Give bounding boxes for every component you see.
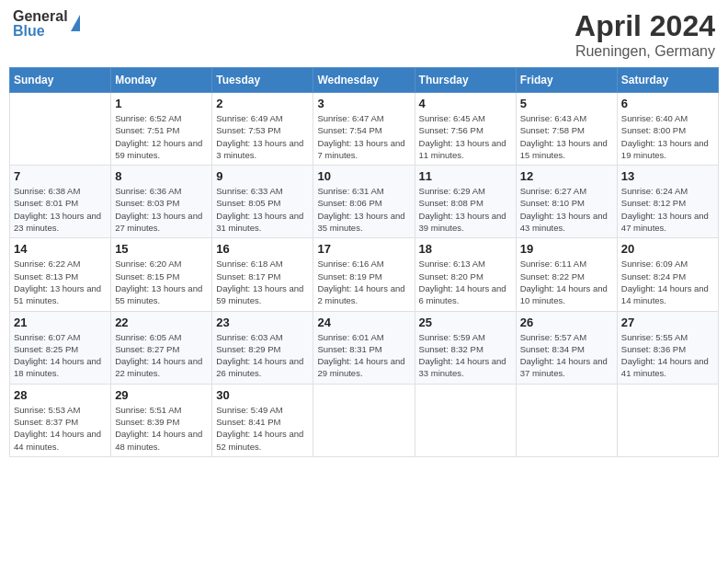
day-info: Sunrise: 6:07 AM Sunset: 8:25 PM Dayligh…	[14, 331, 107, 380]
day-number: 14	[14, 242, 107, 256]
calendar-cell: 17Sunrise: 6:16 AM Sunset: 8:19 PM Dayli…	[313, 238, 415, 311]
calendar-cell: 21Sunrise: 6:07 AM Sunset: 8:25 PM Dayli…	[10, 311, 111, 384]
day-number: 25	[419, 316, 512, 329]
day-info: Sunrise: 5:51 AM Sunset: 8:39 PM Dayligh…	[115, 404, 208, 453]
day-number: 10	[317, 169, 410, 183]
calendar-cell: 6Sunrise: 6:40 AM Sunset: 8:00 PM Daylig…	[617, 93, 718, 166]
day-info: Sunrise: 6:49 AM Sunset: 7:53 PM Dayligh…	[216, 112, 309, 161]
calendar-cell: 11Sunrise: 6:29 AM Sunset: 8:08 PM Dayli…	[415, 166, 516, 238]
day-info: Sunrise: 6:29 AM Sunset: 8:08 PM Dayligh…	[419, 185, 512, 234]
calendar-week-4: 28Sunrise: 5:53 AM Sunset: 8:37 PM Dayli…	[10, 384, 719, 456]
day-number: 23	[216, 316, 309, 329]
day-number: 18	[419, 242, 512, 256]
calendar-cell: 12Sunrise: 6:27 AM Sunset: 8:10 PM Dayli…	[516, 166, 617, 238]
day-info: Sunrise: 6:40 AM Sunset: 8:00 PM Dayligh…	[621, 112, 714, 161]
day-number: 7	[14, 169, 107, 183]
calendar-body: 1Sunrise: 6:52 AM Sunset: 7:51 PM Daylig…	[10, 93, 719, 457]
header-day-saturday: Saturday	[617, 68, 718, 93]
header-day-wednesday: Wednesday	[313, 68, 415, 93]
logo-blue: Blue	[13, 24, 68, 39]
day-number: 3	[317, 97, 410, 110]
day-number: 4	[419, 97, 512, 110]
month-title: April 2024	[574, 9, 715, 43]
day-number: 17	[317, 242, 410, 256]
calendar-cell: 4Sunrise: 6:45 AM Sunset: 7:56 PM Daylig…	[415, 93, 516, 166]
logo-triangle-icon	[71, 15, 80, 31]
calendar-cell: 18Sunrise: 6:13 AM Sunset: 8:20 PM Dayli…	[415, 238, 516, 311]
day-number: 30	[216, 388, 309, 402]
calendar-cell: 29Sunrise: 5:51 AM Sunset: 8:39 PM Dayli…	[111, 384, 212, 456]
day-number: 9	[216, 169, 309, 183]
day-number: 12	[520, 169, 613, 183]
calendar-cell: 27Sunrise: 5:55 AM Sunset: 8:36 PM Dayli…	[617, 311, 718, 384]
day-info: Sunrise: 6:36 AM Sunset: 8:03 PM Dayligh…	[115, 185, 208, 234]
calendar-week-2: 14Sunrise: 6:22 AM Sunset: 8:13 PM Dayli…	[10, 238, 719, 311]
calendar-cell: 20Sunrise: 6:09 AM Sunset: 8:24 PM Dayli…	[617, 238, 718, 311]
day-number: 29	[115, 388, 208, 402]
day-info: Sunrise: 6:16 AM Sunset: 8:19 PM Dayligh…	[317, 258, 410, 306]
calendar-cell: 10Sunrise: 6:31 AM Sunset: 8:06 PM Dayli…	[313, 166, 415, 238]
logo-text: General Blue	[13, 9, 68, 39]
calendar-cell: 28Sunrise: 5:53 AM Sunset: 8:37 PM Dayli…	[10, 384, 111, 456]
day-info: Sunrise: 6:05 AM Sunset: 8:27 PM Dayligh…	[115, 331, 208, 380]
calendar-cell: 16Sunrise: 6:18 AM Sunset: 8:17 PM Dayli…	[212, 238, 313, 311]
day-info: Sunrise: 6:45 AM Sunset: 7:56 PM Dayligh…	[419, 112, 512, 161]
logo-general: General	[13, 9, 68, 24]
day-info: Sunrise: 6:24 AM Sunset: 8:12 PM Dayligh…	[621, 185, 714, 234]
calendar-cell: 19Sunrise: 6:11 AM Sunset: 8:22 PM Dayli…	[516, 238, 617, 311]
day-info: Sunrise: 6:20 AM Sunset: 8:15 PM Dayligh…	[115, 258, 208, 306]
day-number: 5	[520, 97, 613, 110]
calendar-cell: 9Sunrise: 6:33 AM Sunset: 8:05 PM Daylig…	[212, 166, 313, 238]
calendar-cell	[415, 384, 516, 456]
day-number: 21	[14, 316, 107, 329]
calendar-cell: 14Sunrise: 6:22 AM Sunset: 8:13 PM Dayli…	[10, 238, 111, 311]
calendar-cell: 23Sunrise: 6:03 AM Sunset: 8:29 PM Dayli…	[212, 311, 313, 384]
title-area: April 2024 Rueningen, Germany	[574, 9, 715, 60]
logo: General Blue	[13, 9, 80, 39]
day-number: 8	[115, 169, 208, 183]
calendar-cell: 7Sunrise: 6:38 AM Sunset: 8:01 PM Daylig…	[10, 166, 111, 238]
day-number: 28	[14, 388, 107, 402]
day-info: Sunrise: 5:59 AM Sunset: 8:32 PM Dayligh…	[419, 331, 512, 380]
calendar-table: SundayMondayTuesdayWednesdayThursdayFrid…	[9, 67, 719, 457]
calendar-cell: 1Sunrise: 6:52 AM Sunset: 7:51 PM Daylig…	[111, 93, 212, 166]
calendar-cell	[516, 384, 617, 456]
calendar-cell: 8Sunrise: 6:36 AM Sunset: 8:03 PM Daylig…	[111, 166, 212, 238]
calendar-cell: 13Sunrise: 6:24 AM Sunset: 8:12 PM Dayli…	[617, 166, 718, 238]
location-subtitle: Rueningen, Germany	[574, 43, 715, 60]
header-day-thursday: Thursday	[415, 68, 516, 93]
day-number: 20	[621, 242, 714, 256]
day-info: Sunrise: 6:27 AM Sunset: 8:10 PM Dayligh…	[520, 185, 613, 234]
day-number: 26	[520, 316, 613, 329]
day-number: 19	[520, 242, 613, 256]
calendar-week-1: 7Sunrise: 6:38 AM Sunset: 8:01 PM Daylig…	[10, 166, 719, 238]
day-info: Sunrise: 5:53 AM Sunset: 8:37 PM Dayligh…	[14, 404, 107, 453]
calendar-cell	[10, 93, 111, 166]
day-info: Sunrise: 6:43 AM Sunset: 7:58 PM Dayligh…	[520, 112, 613, 161]
calendar-week-0: 1Sunrise: 6:52 AM Sunset: 7:51 PM Daylig…	[10, 93, 719, 166]
day-number: 2	[216, 97, 309, 110]
day-info: Sunrise: 5:55 AM Sunset: 8:36 PM Dayligh…	[621, 331, 714, 380]
day-info: Sunrise: 6:03 AM Sunset: 8:29 PM Dayligh…	[216, 331, 309, 380]
day-info: Sunrise: 6:09 AM Sunset: 8:24 PM Dayligh…	[621, 258, 714, 306]
header-row: SundayMondayTuesdayWednesdayThursdayFrid…	[10, 68, 719, 93]
calendar-cell: 25Sunrise: 5:59 AM Sunset: 8:32 PM Dayli…	[415, 311, 516, 384]
calendar-cell: 5Sunrise: 6:43 AM Sunset: 7:58 PM Daylig…	[516, 93, 617, 166]
header-day-tuesday: Tuesday	[212, 68, 313, 93]
calendar-cell: 30Sunrise: 5:49 AM Sunset: 8:41 PM Dayli…	[212, 384, 313, 456]
calendar-cell: 2Sunrise: 6:49 AM Sunset: 7:53 PM Daylig…	[212, 93, 313, 166]
calendar-cell	[313, 384, 415, 456]
day-info: Sunrise: 6:38 AM Sunset: 8:01 PM Dayligh…	[14, 185, 107, 234]
day-info: Sunrise: 6:11 AM Sunset: 8:22 PM Dayligh…	[520, 258, 613, 306]
calendar-cell: 24Sunrise: 6:01 AM Sunset: 8:31 PM Dayli…	[313, 311, 415, 384]
day-number: 24	[317, 316, 410, 329]
calendar-cell: 3Sunrise: 6:47 AM Sunset: 7:54 PM Daylig…	[313, 93, 415, 166]
day-number: 22	[115, 316, 208, 329]
day-info: Sunrise: 6:13 AM Sunset: 8:20 PM Dayligh…	[419, 258, 512, 306]
day-number: 13	[621, 169, 714, 183]
header-day-friday: Friday	[516, 68, 617, 93]
day-number: 11	[419, 169, 512, 183]
day-info: Sunrise: 5:57 AM Sunset: 8:34 PM Dayligh…	[520, 331, 613, 380]
day-info: Sunrise: 6:01 AM Sunset: 8:31 PM Dayligh…	[317, 331, 410, 380]
day-info: Sunrise: 6:33 AM Sunset: 8:05 PM Dayligh…	[216, 185, 309, 234]
